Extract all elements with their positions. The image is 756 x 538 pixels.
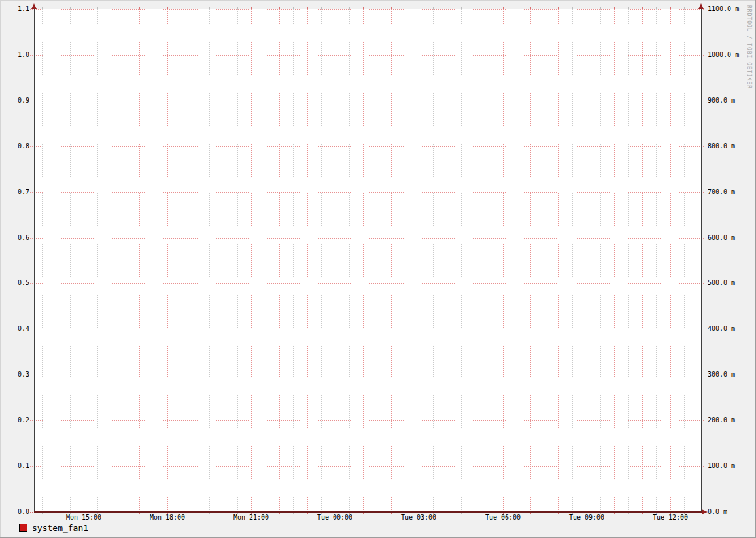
- legend: system_fan1: [19, 523, 88, 533]
- y-axis-label-left: 0.5: [12, 280, 29, 286]
- x-gridline-minor: [517, 9, 517, 512]
- x-axis-tick-minor: [545, 7, 545, 9]
- y-axis-left-arrow-icon: [31, 3, 37, 9]
- x-gridline-minor: [182, 9, 182, 512]
- x-axis-label: Mon 18:00: [150, 514, 185, 521]
- x-axis-tick-minor: [433, 7, 434, 9]
- x-gridline-major: [587, 9, 587, 512]
- x-axis-tick-major: [251, 7, 252, 9]
- x-gridline-minor: [461, 9, 462, 512]
- x-gridline-minor: [154, 9, 154, 512]
- x-gridline-major: [224, 9, 224, 512]
- x-gridline-major: [251, 9, 252, 512]
- x-axis-tick-minor: [349, 7, 350, 9]
- x-gridline-minor: [433, 9, 434, 512]
- x-axis-arrow-icon: [702, 509, 708, 514]
- y-axis-right-arrow-icon: [698, 3, 704, 9]
- legend-swatch: [19, 524, 27, 532]
- y-axis-label-right: 1100.0 m: [708, 6, 739, 12]
- y-axis-label-right: 1000.0 m: [708, 52, 739, 58]
- x-axis-tick-major: [279, 7, 280, 9]
- y-gridline-major: [30, 283, 705, 284]
- x-axis-tick-minor: [377, 7, 377, 9]
- x-gridline-minor: [545, 9, 545, 512]
- y-axis-label-left: 0.2: [12, 417, 29, 424]
- x-gridline-major: [84, 9, 84, 512]
- x-gridline-minor: [97, 9, 98, 512]
- x-gridline-minor: [628, 9, 629, 512]
- x-gridline-major: [167, 9, 168, 512]
- y-gridline-major: [30, 55, 705, 56]
- x-gridline-minor: [349, 9, 350, 512]
- x-gridline-major: [670, 9, 671, 512]
- y-gridline-major: [30, 101, 705, 101]
- y-axis-label-right: 600.0 m: [708, 235, 735, 241]
- y-axis-label-right: 400.0 m: [708, 326, 735, 332]
- x-axis-tick-minor: [209, 7, 210, 9]
- x-axis-tick-minor: [461, 7, 462, 9]
- x-gridline-major: [475, 9, 475, 512]
- y-axis-left-line: [34, 6, 35, 512]
- y-axis-label-right: 700.0 m: [708, 189, 735, 195]
- y-axis-label-right: 0.0 m: [708, 509, 727, 515]
- x-gridline-major: [503, 9, 504, 512]
- y-gridline-major: [30, 9, 705, 10]
- x-gridline-minor: [237, 9, 238, 512]
- y-axis-label-left: 1.0: [12, 52, 29, 58]
- x-axis-label: Tue 12:00: [653, 514, 688, 521]
- y-axis-label-right: 900.0 m: [708, 97, 735, 104]
- x-axis-tick-minor: [489, 7, 489, 9]
- x-axis-tick-major: [614, 7, 615, 9]
- y-gridline-major: [30, 329, 705, 329]
- x-gridline-major: [279, 9, 280, 512]
- x-gridline-minor: [209, 9, 210, 512]
- x-axis-tick-major: [503, 7, 504, 9]
- x-axis-tick-minor: [600, 7, 601, 9]
- x-axis-tick-major: [475, 7, 475, 9]
- x-axis-label: Tue 06:00: [485, 514, 521, 521]
- y-axis-label-right: 300.0 m: [708, 371, 735, 378]
- x-axis-tick-major: [84, 7, 84, 9]
- x-gridline-minor: [377, 9, 377, 512]
- x-axis-tick-minor: [405, 7, 405, 9]
- x-axis-tick-major: [335, 7, 335, 9]
- x-axis-tick-major: [196, 7, 196, 9]
- x-axis-tick-minor: [293, 7, 294, 9]
- y-axis-label-left: 0.1: [12, 463, 29, 469]
- y-axis-label-right: 200.0 m: [708, 417, 735, 424]
- x-axis-tick-minor: [656, 7, 657, 9]
- x-gridline-major: [530, 9, 531, 512]
- x-gridline-major: [558, 9, 559, 512]
- x-axis-tick-major: [112, 7, 112, 9]
- y-gridline-major: [30, 146, 705, 147]
- x-axis-tick-major: [558, 7, 559, 9]
- x-gridline-minor: [70, 9, 71, 512]
- x-gridline-minor: [266, 9, 266, 512]
- x-axis-tick-minor: [154, 7, 154, 9]
- x-axis-tick-minor: [97, 7, 98, 9]
- y-axis-label-left: 0.8: [12, 143, 29, 150]
- x-axis-tick-major: [587, 7, 587, 9]
- y-axis-label-left: 1.1: [12, 6, 29, 12]
- x-axis-tick-major: [167, 7, 168, 9]
- x-axis-tick-major: [670, 7, 671, 9]
- x-axis-label: Tue 03:00: [401, 514, 436, 521]
- border-left: [0, 0, 1, 538]
- y-gridline-major: [30, 238, 705, 239]
- y-axis-label-left: 0.3: [12, 371, 29, 378]
- x-axis-tick-major: [56, 7, 56, 9]
- y-axis-label-left: 0.0: [12, 509, 29, 515]
- x-axis-tick-minor: [684, 7, 685, 9]
- x-gridline-major: [614, 9, 615, 512]
- x-axis-tick-major: [139, 7, 140, 9]
- x-axis-tick-minor: [266, 7, 266, 9]
- x-gridline-minor: [489, 9, 489, 512]
- y-gridline-major: [30, 420, 705, 421]
- x-gridline-minor: [405, 9, 405, 512]
- border-top: [0, 0, 756, 1]
- x-axis-tick-minor: [517, 7, 517, 9]
- x-axis-tick-major: [363, 7, 364, 9]
- x-gridline-major: [112, 9, 112, 512]
- x-gridline-major: [419, 9, 419, 512]
- y-axis-right-line: [701, 6, 702, 512]
